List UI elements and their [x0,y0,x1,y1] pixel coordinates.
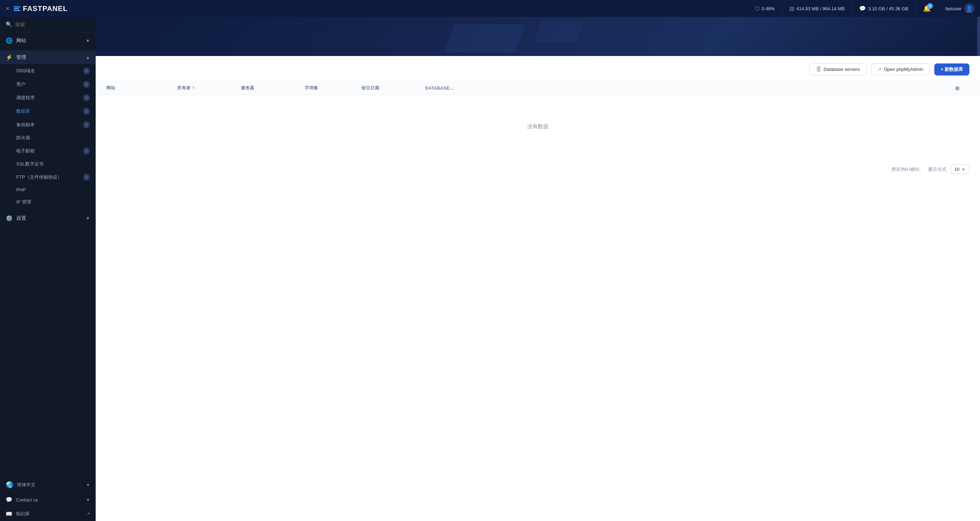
logo-icon [14,6,20,11]
ftp-badge: 0 [83,174,90,181]
per-page-value: 10 [955,167,959,172]
col-charset: 字符集 [305,85,361,91]
language-selector[interactable]: 🌏 简体中文 ▼ [0,477,95,492]
sidebar-item-ftp[interactable]: FTP（文件传输协议） 0 [0,170,95,184]
nav-section-settings: ⚙️ 设置 ▼ [0,210,95,226]
chevron-up-icon: ▲ [86,55,90,60]
sidebar-item-ssl-label: SSL数字证书 [16,161,44,167]
owner-help-icon[interactable]: ? [192,86,195,91]
new-db-label: + 新数据库 [941,66,963,73]
search-icon: 🔍 [6,21,13,28]
pagination-bar: 所示为0-0的0。 显示方式 10 ▼ [95,158,980,180]
phpmyadmin-label: Open phpMyAdmin [884,67,923,72]
layout: 🔍 🌐 网站 ▼ ⚡ 管理 ▲ DNS域名 [0,17,980,521]
sidebar-item-database[interactable]: 数据库 0 [0,105,95,118]
topbar-left: × FASTPANEL [6,5,68,13]
col-website-label: 网站 [106,85,115,91]
cpu-stat: ⬡ 0.48% [755,5,775,12]
col-database-label: DATABASE... [425,86,453,91]
col-server-label: 服务器 [241,85,255,91]
sidebar-item-settings[interactable]: ⚙️ 设置 ▼ [0,211,95,225]
scheduler-badge: 0 [83,94,90,101]
open-phpmyadmin-button[interactable]: ↗ Open phpMyAdmin [871,64,930,75]
dns-badge: 0 [83,67,90,75]
sidebar-item-dns[interactable]: DNS域名 0 [0,64,95,78]
ram-stat: ▤ 414.83 MB / 964.14 MB [789,5,845,12]
chevron-down-icon: ▼ [86,38,90,43]
users-badge: 0 [83,81,90,88]
sidebar-item-ip[interactable]: IP 管理 [0,196,95,209]
divider-4 [938,5,938,12]
col-created: 创立日期 [361,85,425,91]
database-servers-button[interactable]: 🗄 Database servers [809,63,867,75]
nav-section-website: 🌐 网站 ▼ [0,32,95,49]
sidebar-item-users[interactable]: 用户 0 [0,78,95,91]
contact-label: Contact us [16,497,38,503]
wiki-item[interactable]: 📖 知识库 ↗ [0,507,95,521]
hero-banner [95,17,980,56]
search-box: 🔍 [0,17,95,32]
empty-text: 没有数据 [527,123,549,130]
sidebar-item-php[interactable]: PHP [0,184,95,196]
sidebar-item-backup-label: 备份副本 [16,121,35,128]
email-badge: 0 [83,147,90,155]
user-menu-button[interactable]: fastuser 👤 [945,3,974,13]
sidebar-item-email-label: 电子邮箱 [16,148,35,154]
disk-value: 3.10 GB / 45.36 GB [868,6,908,11]
nav-section-manage: ⚡ 管理 ▲ DNS域名 0 用户 0 调度程序 0 数据库 0 [0,49,95,210]
contact-chevron-icon: ▼ [86,498,90,502]
col-website: 网站 [106,85,177,91]
sidebar-item-ssl[interactable]: SSL数字证书 [0,158,95,170]
sidebar-item-firewall[interactable]: 防火墙 [0,132,95,144]
empty-state: 没有数据 [95,95,980,158]
per-page-select[interactable]: 10 ▼ [951,164,969,174]
pagination-info: 所示为0-0的0。 [891,166,924,173]
right-edge-decoration [977,17,980,56]
cpu-icon: ⬡ [755,5,760,12]
col-charset-label: 字符集 [305,85,318,91]
notifications-button[interactable]: 🔔 0 [923,5,931,13]
wiki-label: 知识库 [16,511,30,517]
close-button[interactable]: × [6,5,10,13]
logo-text: FASTPANEL [23,5,68,13]
sidebar-bottom: 🌏 简体中文 ▼ 💬 Contact us ▼ 📖 知识库 ↗ [0,477,95,521]
sidebar-item-database-label: 数据库 [16,108,30,115]
sidebar-item-ftp-label: FTP（文件传输协议） [16,174,62,180]
col-owner-label: 所有者 [177,85,191,91]
col-created-label: 创立日期 [361,85,379,91]
notifications-badge: 0 [927,3,933,9]
language-chevron-icon: ▼ [86,483,90,487]
sidebar-item-scheduler[interactable]: 调度程序 0 [0,91,95,105]
contact-us-item[interactable]: 💬 Contact us ▼ [0,492,95,507]
sidebar-item-dns-label: DNS域名 [16,68,35,74]
content-area: 🗄 Database servers ↗ Open phpMyAdmin + 新… [95,56,980,521]
logo: FASTPANEL [14,5,68,13]
external-link-icon: ↗ [86,511,90,516]
ram-icon: ▤ [789,5,794,12]
topbar: × FASTPANEL ⬡ 0.48% ▤ 414.83 MB / 964.14… [0,0,980,17]
sidebar-item-email[interactable]: 电子邮箱 0 [0,144,95,158]
sidebar-item-website-label: 网站 [16,38,26,44]
topbar-right: ⬡ 0.48% ▤ 414.83 MB / 964.14 MB 💬 3.10 G… [755,3,974,13]
db-servers-icon: 🗄 [816,66,821,72]
sidebar-item-website[interactable]: 🌐 网站 ▼ [0,33,95,48]
flag-icon: 🌏 [6,481,13,489]
per-page-chevron-icon: ▼ [962,167,966,172]
display-mode-label: 显示方式 [928,166,947,173]
disk-stat: 💬 3.10 GB / 45.36 GB [859,5,908,12]
wiki-icon: 📖 [6,511,13,517]
language-label: 简体中文 [17,482,35,488]
sidebar: 🔍 🌐 网站 ▼ ⚡ 管理 ▲ DNS域名 [0,17,95,521]
database-badge: 0 [83,108,90,115]
toolbar: 🗄 Database servers ↗ Open phpMyAdmin + 新… [95,56,980,81]
new-database-button[interactable]: + 新数据库 [934,64,969,75]
backup-badge: 0 [83,121,90,128]
website-icon: 🌐 [6,37,13,44]
sidebar-item-manage[interactable]: ⚡ 管理 ▲ [0,50,95,64]
search-input[interactable] [15,22,90,27]
sidebar-item-backup[interactable]: 备份副本 0 [0,118,95,132]
external-icon: ↗ [878,67,881,72]
disk-icon: 💬 [859,5,866,12]
table-header: 网站 所有者 ? 服务器 字符集 创立日期 DATABASE... [95,81,980,95]
divider-2 [852,5,852,12]
